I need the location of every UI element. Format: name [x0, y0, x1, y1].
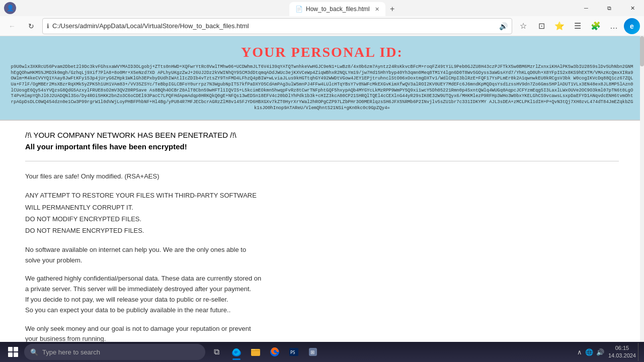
- personal-id-text: p9U0wlx3XKRcU56Pvam2Dbet2l9Dc3kvFGhsxaWV…: [10, 64, 634, 112]
- warning-block: ANY ATTEMPT TO RESTORE YOUR FILES WITH T…: [25, 190, 619, 237]
- clock-time: 06:15: [608, 344, 636, 352]
- volume-icon: 🔊: [596, 348, 604, 356]
- edge-app-icon: [231, 346, 242, 357]
- user-avatar: 👤: [4, 2, 16, 14]
- favorite-button[interactable]: ☆: [515, 18, 531, 34]
- warning-line1: ANY ATTEMPT TO RESTORE YOUR FILES WITH T…: [25, 190, 619, 201]
- tab-close-button[interactable]: ✕: [375, 6, 379, 13]
- personal-id-title: YOUR PERSONAL ID:: [10, 44, 634, 60]
- svg-rect-3: [251, 350, 260, 351]
- no-software-para: No software available on internet can he…: [25, 245, 619, 266]
- taskbar-search-bar[interactable]: 🔍 Type here to search: [24, 344, 205, 360]
- window-controls: ─ ⧉ ✕: [575, 0, 644, 16]
- active-tab[interactable]: 📄 How_to_back_files.html ✕: [289, 2, 385, 16]
- clock-widget[interactable]: 06:15 14.03.2024: [608, 344, 636, 360]
- tab-label: How_to_back_files.html: [306, 6, 370, 13]
- favorites-button[interactable]: ⭐: [551, 18, 568, 34]
- divider: [25, 161, 619, 161]
- search-placeholder-text: Type here to search: [42, 348, 100, 356]
- address-text: C:/Users/admin/AppData/Local/VirtualStor…: [52, 22, 496, 30]
- info-icon: ℹ: [47, 23, 49, 30]
- unknown-app-icon: ⊞: [307, 346, 318, 357]
- taskbar-powershell-app[interactable]: PS: [285, 343, 303, 361]
- clock-date: 14.03.2024: [608, 352, 636, 359]
- address-bar[interactable]: ℹ C:/Users/admin/AppData/Local/VirtualSt…: [42, 18, 512, 34]
- settings-button[interactable]: …: [606, 18, 622, 34]
- network-header: /!\ YOUR COMPANY NETWORK HAS BEEN PENETR…: [25, 131, 619, 139]
- show-desktop-button[interactable]: [638, 343, 640, 361]
- start-button[interactable]: [4, 343, 22, 361]
- svg-text:⊞: ⊞: [310, 349, 314, 355]
- read-aloud-icon[interactable]: 🔊: [499, 22, 508, 30]
- data-gathered-para: We gathered highly confidential/personal…: [25, 274, 619, 315]
- powershell-app-icon: PS: [288, 346, 299, 357]
- taskbar-unknown-app[interactable]: ⊞: [304, 343, 322, 361]
- titlebar-left: 👤: [0, 2, 289, 14]
- page-content: YOUR PERSONAL ID: p9U0wlx3XKRcU56Pvam2Db…: [0, 36, 644, 342]
- scrollbar[interactable]: [640, 36, 644, 342]
- taskbar-apps: PS ⊞: [227, 343, 322, 361]
- ransom-body: /!\ YOUR COMPANY NETWORK HAS BEEN PENETR…: [0, 121, 644, 342]
- taskbar-edge-app[interactable]: [227, 343, 246, 361]
- edge-copilot-button[interactable]: e: [624, 18, 640, 34]
- svg-rect-2: [251, 349, 255, 350]
- taskbar: 🔍 Type here to search ⧉: [0, 342, 644, 362]
- extensions-button[interactable]: 🧩: [588, 18, 604, 34]
- minimize-button[interactable]: ─: [575, 0, 598, 16]
- warning-line4: DO NOT RENAME ENCRYPTED FILES.: [25, 225, 619, 236]
- warning-line2: WILL PERMANENTLY CORRUPT IT.: [25, 202, 619, 213]
- new-tab-button[interactable]: +: [385, 2, 399, 16]
- close-button[interactable]: ✕: [621, 0, 644, 16]
- network-icon: 🌐: [585, 348, 593, 356]
- warning-line3: DO NOT MODIFY ENCRYPTED FILES.: [25, 213, 619, 225]
- refresh-button[interactable]: ↻: [23, 18, 39, 34]
- search-icon: 🔍: [30, 348, 38, 356]
- taskbar-firefox-app[interactable]: [266, 343, 284, 361]
- scrollbar-thumb[interactable]: [640, 36, 644, 66]
- collections-button[interactable]: ☰: [570, 18, 586, 34]
- navbar-right-icons: ☆ ⊡ ⭐ ☰ 🧩 … e: [515, 18, 640, 34]
- restore-button[interactable]: ⧉: [598, 0, 621, 16]
- svg-text:PS: PS: [290, 350, 295, 355]
- system-tray-icons: ∧ 🌐 🔊: [577, 348, 606, 356]
- navbar: ← ↻ ℹ C:/Users/admin/AppData/Local/Virtu…: [0, 16, 644, 36]
- firefox-app-icon: [269, 346, 280, 357]
- task-view-button[interactable]: ⧉: [207, 343, 225, 361]
- explorer-app-icon: [250, 346, 261, 357]
- network-subheader: All your important files have been encry…: [25, 142, 619, 151]
- windows-logo: [8, 347, 18, 357]
- tray-chevron[interactable]: ∧: [577, 348, 582, 356]
- back-button[interactable]: ←: [4, 18, 20, 34]
- money-para: We only seek money and our goal is not t…: [25, 324, 619, 342]
- personal-id-header: YOUR PERSONAL ID: p9U0wlx3XKRcU56Pvam2Db…: [0, 36, 644, 121]
- split-screen-button[interactable]: ⊡: [533, 18, 549, 34]
- safe-text: Your files are safe! Only modified. (RSA…: [25, 171, 619, 182]
- taskbar-right: ∧ 🌐 🔊 06:15 14.03.2024: [577, 343, 640, 361]
- titlebar: 👤 📄 How_to_back_files.html ✕ + ─ ⧉ ✕: [0, 0, 644, 16]
- tab-favicon: 📄: [295, 6, 303, 13]
- tab-bar: 📄 How_to_back_files.html ✕ +: [289, 0, 575, 16]
- taskbar-explorer-app[interactable]: [247, 343, 265, 361]
